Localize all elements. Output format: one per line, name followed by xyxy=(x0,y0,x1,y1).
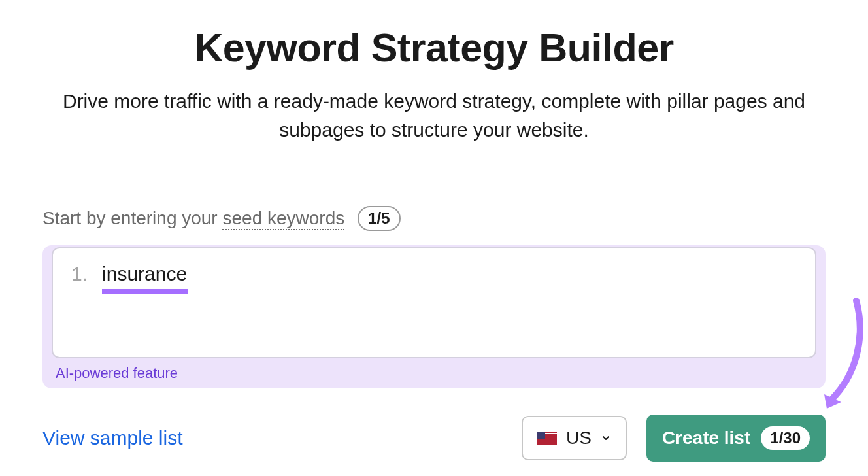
keyword-row: 1. insurance xyxy=(71,263,797,285)
us-flag-icon xyxy=(537,432,557,445)
create-list-button[interactable]: Create list 1/30 xyxy=(646,415,826,462)
chevron-down-icon xyxy=(601,433,611,443)
instruction-row: Start by entering your seed keywords 1/5 xyxy=(42,206,826,231)
instruction-prefix: Start by entering your xyxy=(42,208,222,228)
ai-feature-label: AI-powered feature xyxy=(52,365,816,382)
bottom-row: View sample list US Create list 1/30 xyxy=(42,415,826,462)
seed-keywords-term[interactable]: seed keywords xyxy=(222,208,344,230)
country-code: US xyxy=(566,428,592,449)
keyword-highlight-underline xyxy=(102,289,188,294)
keyword-text: insurance xyxy=(102,263,187,284)
page-subtitle: Drive more traffic with a ready-made key… xyxy=(42,87,826,144)
create-list-counter: 1/30 xyxy=(761,426,810,450)
country-select[interactable]: US xyxy=(522,416,627,460)
create-list-label: Create list xyxy=(662,428,750,449)
keyword-textarea[interactable]: 1. insurance xyxy=(52,247,816,358)
page-title: Keyword Strategy Builder xyxy=(42,25,826,71)
keyword-number: 1. xyxy=(71,263,88,285)
view-sample-list-link[interactable]: View sample list xyxy=(42,427,183,449)
keyword-counter-pill: 1/5 xyxy=(358,206,400,231)
instruction-text: Start by entering your seed keywords xyxy=(42,208,344,229)
keyword-input-panel: 1. insurance AI-powered feature xyxy=(42,245,826,388)
